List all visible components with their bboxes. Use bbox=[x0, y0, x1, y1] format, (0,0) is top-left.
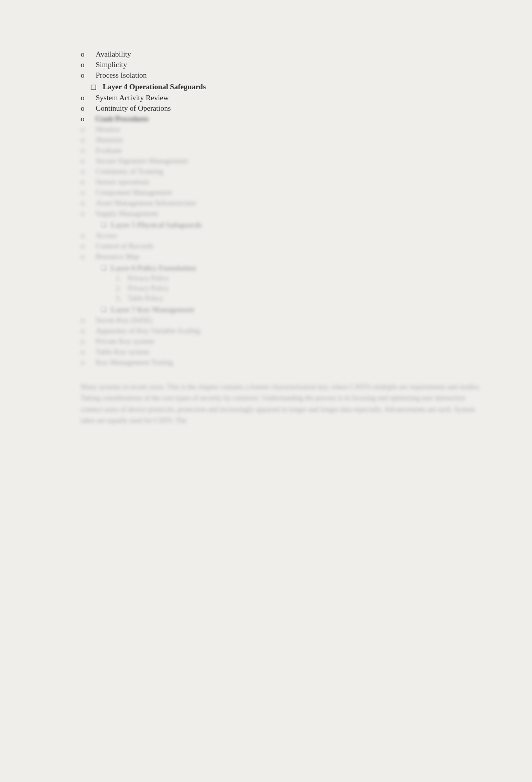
list-item: o Control of Records bbox=[51, 242, 481, 250]
list-item: o Asset Management Infrastructure bbox=[51, 199, 481, 207]
bullet-marker: o bbox=[81, 316, 96, 325]
item-text: Continuity of Operations bbox=[96, 104, 171, 113]
layer7-marker: ❑ bbox=[101, 306, 111, 314]
list-item: o Crash Procedures bbox=[51, 115, 481, 123]
paragraph-text: Many systems in recent years. This is th… bbox=[81, 382, 481, 427]
layer6-header: ❑ Layer 6 Policy Foundation bbox=[51, 264, 481, 273]
list-item: o Availability bbox=[51, 50, 481, 59]
bullet-marker: o bbox=[81, 157, 96, 165]
list-item: o Private Key system bbox=[51, 337, 481, 346]
bullet-marker: o bbox=[81, 125, 96, 134]
list-item: o Resource Map bbox=[51, 252, 481, 261]
num-marker: 2. bbox=[116, 285, 128, 293]
bullet-marker: o bbox=[81, 242, 96, 250]
item-text: Apparatus of Key Variable Scaling bbox=[96, 327, 200, 335]
bullet-marker: o bbox=[81, 115, 96, 123]
item-text: Table Key system bbox=[96, 348, 149, 356]
item-text: Supply Management bbox=[96, 209, 158, 218]
num-marker: 3. bbox=[116, 295, 128, 303]
list-item: o Maintain bbox=[51, 136, 481, 144]
item-text: Privacy Policy bbox=[128, 285, 169, 293]
numbered-item: 1. Privacy Policy bbox=[51, 275, 481, 283]
item-text: Control of Records bbox=[96, 242, 153, 250]
bullet-marker: o bbox=[81, 348, 96, 356]
bullet-marker: o bbox=[81, 178, 96, 186]
list-item: o Sensor operations bbox=[51, 178, 481, 186]
bullet-marker: o bbox=[81, 231, 96, 240]
bullet-marker: o bbox=[81, 327, 96, 335]
layer6-title: Layer 6 Policy Foundation bbox=[111, 264, 196, 273]
item-text: System Activity Review bbox=[96, 94, 169, 102]
item-text: Monitor bbox=[96, 125, 120, 134]
item-text: Sensor operations bbox=[96, 178, 149, 186]
list-item: o Process Isolation bbox=[51, 71, 481, 80]
item-text: Key Management Testing bbox=[96, 358, 173, 367]
item-text: Evaluate bbox=[96, 146, 122, 155]
layer4-marker: ❑ bbox=[91, 83, 103, 92]
layer5-title: Layer 5 Physical Safeguards bbox=[111, 221, 202, 229]
content-area: o Availability o Simplicity o Process Is… bbox=[51, 30, 481, 427]
layer7-list: o Secret Key (SrEK) o Apparatus of Key V… bbox=[51, 316, 481, 367]
item-text: Table Policy bbox=[128, 295, 163, 303]
item-text: Secure Signature Management bbox=[96, 157, 188, 165]
item-text: Private Key system bbox=[96, 337, 154, 346]
bullet-marker: o bbox=[81, 252, 96, 261]
layer4-header: ❑ Layer 4 Operational Safeguards bbox=[51, 83, 481, 92]
layer4-list: o System Activity Review o Continuity of… bbox=[51, 94, 481, 218]
bullet-marker: o bbox=[81, 104, 96, 113]
bullet-marker: o bbox=[81, 337, 96, 346]
bullet-marker: o bbox=[81, 71, 96, 80]
list-item: o Continuity of Training bbox=[51, 167, 481, 176]
bullet-marker: o bbox=[81, 167, 96, 176]
layer6-marker: ❑ bbox=[101, 264, 111, 272]
layer4-title: Layer 4 Operational Safeguards bbox=[103, 83, 206, 91]
bullet-marker: o bbox=[81, 188, 96, 197]
item-text: Maintain bbox=[96, 136, 123, 144]
layer5-marker: ❑ bbox=[101, 221, 111, 229]
item-text: Component Management bbox=[96, 188, 172, 197]
item-text: Crash Procedures bbox=[96, 115, 148, 123]
list-item: o Evaluate bbox=[51, 146, 481, 155]
top-list-section: o Availability o Simplicity o Process Is… bbox=[51, 50, 481, 80]
bullet-marker: o bbox=[81, 50, 96, 59]
list-item: o Key Management Testing bbox=[51, 358, 481, 367]
layer5-header: ❑ Layer 5 Physical Safeguards bbox=[51, 221, 481, 229]
list-item: o Monitor bbox=[51, 125, 481, 134]
bullet-marker: o bbox=[81, 146, 96, 155]
item-text: Process Isolation bbox=[96, 71, 147, 80]
list-item: o Supply Management bbox=[51, 209, 481, 218]
bullet-marker: o bbox=[81, 199, 96, 207]
item-text: Continuity of Training bbox=[96, 167, 163, 176]
layer5-list: o Access o Control of Records o Resource… bbox=[51, 231, 481, 261]
list-item: o Apparatus of Key Variable Scaling bbox=[51, 327, 481, 335]
layer6-list: 1. Privacy Policy 2. Privacy Policy 3. T… bbox=[51, 275, 481, 303]
bullet-marker: o bbox=[81, 358, 96, 367]
bullet-marker: o bbox=[81, 209, 96, 218]
list-item: o System Activity Review bbox=[51, 94, 481, 102]
item-text: Secret Key (SrEK) bbox=[96, 316, 152, 325]
bullet-marker: o bbox=[81, 136, 96, 144]
list-item: o Simplicity bbox=[51, 61, 481, 69]
list-item: o Access bbox=[51, 231, 481, 240]
item-text: Resource Map bbox=[96, 252, 139, 261]
list-item: o Table Key system bbox=[51, 348, 481, 356]
item-text: Simplicity bbox=[96, 61, 127, 69]
bullet-marker: o bbox=[81, 94, 96, 102]
numbered-item: 2. Privacy Policy bbox=[51, 285, 481, 293]
list-item: o Secure Signature Management bbox=[51, 157, 481, 165]
numbered-item: 3. Table Policy bbox=[51, 295, 481, 303]
item-text: Asset Management Infrastructure bbox=[96, 199, 196, 207]
bullet-marker: o bbox=[81, 61, 96, 69]
paragraph-block: Many systems in recent years. This is th… bbox=[51, 382, 481, 427]
list-item: o Secret Key (SrEK) bbox=[51, 316, 481, 325]
item-text: Privacy Policy bbox=[128, 275, 169, 283]
layer7-header: ❑ Layer 7 Key Management bbox=[51, 306, 481, 314]
item-text: Availability bbox=[96, 50, 131, 59]
item-text: Access bbox=[96, 231, 117, 240]
num-marker: 1. bbox=[116, 275, 128, 283]
list-item: o Component Management bbox=[51, 188, 481, 197]
list-item: o Continuity of Operations bbox=[51, 104, 481, 113]
layer7-title: Layer 7 Key Management bbox=[111, 306, 194, 314]
